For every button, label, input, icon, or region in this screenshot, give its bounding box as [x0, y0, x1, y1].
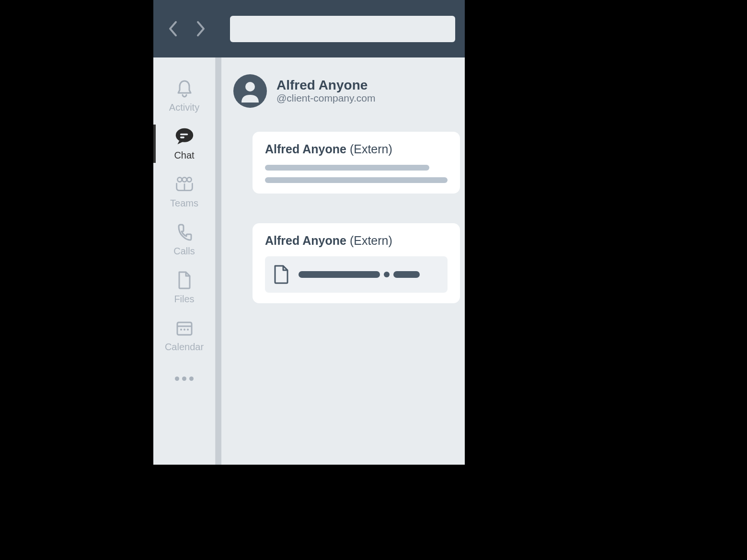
- svg-point-9: [180, 329, 182, 331]
- sidebar-item-label: Chat: [174, 150, 194, 161]
- sidebar-item-chat[interactable]: Chat: [153, 120, 215, 168]
- contact-info: Alfred Anyone @client-company.com: [276, 78, 376, 104]
- svg-rect-1: [180, 133, 187, 135]
- sidebar-item-activity[interactable]: Activity: [153, 72, 215, 120]
- chevron-right-icon: [196, 20, 207, 37]
- file-icon: [175, 271, 194, 290]
- sidebar-item-label: Calls: [173, 246, 195, 257]
- sidebar-item-label: Teams: [170, 198, 198, 209]
- sidebar-item-label: Files: [174, 294, 194, 305]
- teams-icon: [175, 175, 194, 194]
- titlebar: [153, 0, 465, 57]
- message-text-placeholder: [265, 177, 448, 183]
- app-body: Activity Chat: [153, 57, 465, 465]
- svg-point-11: [187, 329, 189, 331]
- file-name-placeholder: [299, 271, 420, 278]
- phone-icon: [175, 223, 194, 242]
- sidebar-item-teams[interactable]: Teams: [153, 168, 215, 216]
- more-icon: [182, 377, 186, 381]
- calendar-icon: [175, 319, 194, 338]
- app-window: Activity Chat: [153, 0, 465, 465]
- nav-back-button[interactable]: [163, 19, 182, 38]
- sidebar-item-calendar[interactable]: Calendar: [153, 311, 215, 359]
- contact-handle: @client-company.com: [276, 92, 376, 104]
- sidebar-item-label: Calendar: [165, 342, 204, 353]
- message-sender: Alfred Anyone (Extern): [265, 234, 448, 248]
- file-icon: [274, 265, 289, 284]
- sidebar-item-calls[interactable]: Calls: [153, 216, 215, 263]
- svg-point-12: [245, 82, 255, 91]
- external-tag: (Extern): [350, 234, 392, 247]
- message-text-placeholder: [265, 165, 429, 171]
- sidebar-more-button[interactable]: [153, 364, 215, 393]
- external-tag: (Extern): [350, 142, 392, 156]
- svg-rect-2: [180, 137, 184, 138]
- svg-point-10: [184, 329, 185, 331]
- chat-icon: [175, 127, 194, 146]
- svg-point-4: [182, 177, 186, 182]
- avatar[interactable]: [233, 74, 267, 108]
- more-icon: [175, 377, 179, 381]
- sidebar-item-files[interactable]: Files: [153, 263, 215, 311]
- bell-icon: [175, 79, 194, 98]
- contact-name: Alfred Anyone: [276, 78, 376, 93]
- nav-forward-button[interactable]: [192, 19, 211, 38]
- main-chat-area: Alfred Anyone @client-company.com Alfred…: [221, 57, 465, 465]
- message-sender: Alfred Anyone (Extern): [265, 142, 448, 156]
- sidebar-item-label: Activity: [169, 102, 199, 113]
- svg-point-3: [177, 177, 182, 182]
- file-attachment[interactable]: [265, 256, 448, 293]
- search-input[interactable]: [230, 16, 455, 42]
- svg-point-5: [187, 177, 191, 182]
- message-card[interactable]: Alfred Anyone (Extern): [253, 132, 460, 194]
- message-card[interactable]: Alfred Anyone (Extern): [253, 223, 460, 303]
- chat-header: Alfred Anyone @client-company.com: [233, 74, 460, 108]
- chevron-left-icon: [167, 20, 178, 37]
- sidebar: Activity Chat: [153, 57, 216, 465]
- person-icon: [240, 80, 261, 103]
- more-icon: [189, 377, 194, 381]
- sidebar-divider: [216, 57, 221, 465]
